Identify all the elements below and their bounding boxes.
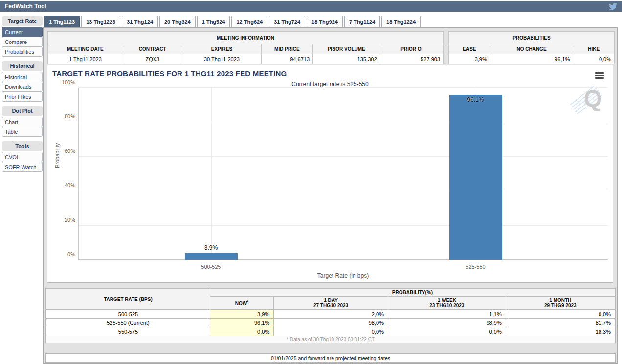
probability-history-row: 550-5750,0%0,0%0,0%18,3% — [46, 327, 615, 336]
chart-gridline — [79, 225, 608, 226]
meeting-info-value: ZQX3 — [123, 54, 182, 64]
watermark-q-letter: Q — [584, 85, 602, 112]
sidebar-section: Target RateCurrentCompareProbabilities — [2, 16, 43, 57]
chart-y-tick-label: 60% — [55, 148, 75, 154]
twitter-icon[interactable] — [609, 2, 617, 11]
sidebar-section-header: Target Rate — [2, 16, 43, 26]
meeting-information-caption: MEETING INFORMATION — [48, 32, 444, 44]
sidebar-item-probabilities[interactable]: Probabilities — [2, 46, 43, 57]
chart-bar-value-label: 3.9% — [185, 244, 238, 251]
chart-y-tick-label: 20% — [55, 217, 75, 223]
sidebar-item-cvol[interactable]: CVOL — [2, 152, 43, 162]
sidebar-item-current[interactable]: Current — [2, 27, 43, 37]
chart-bar-value-label: 96.1% — [449, 96, 502, 103]
probabilities-table: PROBABILITIES EASENO CHANGEHIKE 3,9%96,1… — [448, 31, 615, 64]
target-rate-cell: 500-525 — [46, 310, 210, 319]
meeting-info-value: 94,6713 — [261, 54, 312, 64]
chart-bar-525-550 — [449, 95, 502, 260]
sidebar-item-historical[interactable]: Historical — [2, 72, 43, 82]
meeting-information-table: MEETING INFORMATION MEETING DATECONTRACT… — [47, 31, 444, 64]
one-month-probability-cell: 0,0% — [506, 310, 615, 319]
meeting-date-tabs: 1 Thg112313 Thg122331 Thg12420 Thg3241 T… — [44, 16, 421, 28]
probability-history-panel: TARGET RATE (BPS) PROBABILITY(%) NOW*1 D… — [45, 288, 616, 343]
meeting-info-column-header: MID PRICE — [261, 44, 312, 54]
meeting-info-column-header: MEETING DATE — [48, 44, 123, 54]
chart-gridline — [79, 122, 608, 122]
sidebar-item-prior-hikes[interactable]: Prior Hikes — [2, 91, 43, 102]
meeting-information-value-row: 1 Thg11 2023ZQX330 Thg11 202394,6713135.… — [48, 54, 444, 64]
now-probability-cell: 3,9% — [210, 310, 273, 319]
one-day-probability-cell: 0,0% — [274, 327, 388, 336]
quikstrike-watermark: Q — [573, 84, 602, 114]
target-rate-chart-panel: TARGET RATE PROBABILITIES FOR 1 THG11 20… — [47, 65, 613, 283]
chart-y-tick-label: 40% — [55, 182, 75, 188]
sidebar-section-header: Historical — [2, 61, 43, 71]
chart-category-label: 500-525 — [177, 264, 245, 270]
sidebar-section: HistoricalHistoricalDownloadsPrior Hikes — [2, 61, 43, 102]
probability-group-header: PROBABILITY(%) — [210, 289, 615, 297]
probabilities-column-header: EASE — [449, 44, 490, 54]
meeting-info-value: 1 Thg11 2023 — [48, 54, 123, 64]
sidebar-item-compare[interactable]: Compare — [2, 37, 43, 47]
sidebar-section-header: Dot Plot — [2, 106, 43, 116]
probability-history-table: TARGET RATE (BPS) PROBABILITY(%) NOW*1 D… — [46, 288, 615, 343]
chart-title: TARGET RATE PROBABILITIES FOR 1 THG11 20… — [52, 69, 287, 78]
tab-18-thg1224[interactable]: 18 Thg1224 — [381, 16, 421, 28]
one-month-probability-cell: 18,3% — [506, 327, 615, 336]
meeting-info-column-header: EXPIRES — [182, 44, 262, 54]
sidebar-section-header: Tools — [2, 141, 43, 151]
data-as-of-row: * Data as of 30 Thg10 2023 03:01:22 CT — [46, 336, 615, 343]
app-title: FedWatch Tool — [5, 3, 46, 10]
probability-period-header: NOW* — [210, 297, 273, 310]
chart-plot-area: 0%20%40%60%80%100%3.9%500-52596.1%525-55… — [78, 88, 608, 260]
chart-y-tick-label: 80% — [55, 113, 75, 119]
target-rate-cell: 525-550 (Current) — [46, 319, 210, 327]
now-probability-cell: 0,0% — [210, 327, 273, 336]
sidebar-section: Dot PlotChartTable — [2, 106, 43, 137]
probabilities-value-row: 3,9%96,1%0,0% — [449, 54, 615, 64]
projected-dates-note: 01/01/2025 and forward are projected mee… — [45, 353, 616, 363]
tab-20-thg324[interactable]: 20 Thg324 — [159, 16, 196, 28]
meeting-info-value: 30 Thg11 2023 — [182, 54, 262, 64]
chart-gridline — [79, 191, 608, 191]
one-week-probability-cell: 1,1% — [388, 310, 506, 319]
sidebar-item-chart[interactable]: Chart — [2, 117, 43, 127]
sidebar-item-table[interactable]: Table — [2, 127, 43, 137]
tab-1-thg1123[interactable]: 1 Thg1123 — [44, 16, 80, 28]
chart-subtitle: Current target rate is 525-550 — [47, 81, 613, 87]
probability-history-group-header-row: TARGET RATE (BPS) PROBABILITY(%) — [46, 289, 615, 297]
fedwatch-window: FedWatch Tool Target RateCurrentCompareP… — [0, 0, 622, 364]
now-probability-cell: 96,1% — [210, 319, 273, 327]
tab-12-thg624[interactable]: 12 Thg624 — [231, 16, 267, 28]
sidebar-item-downloads[interactable]: Downloads — [2, 82, 43, 92]
meeting-info-value: 527.903 — [380, 54, 443, 64]
probability-period-header: 1 DAY27 THG10 2023 — [274, 297, 388, 310]
data-as-of-note: * Data as of 30 Thg10 2023 03:01:22 CT — [46, 336, 615, 343]
probabilities-panel: PROBABILITIES EASENO CHANGEHIKE 3,9%96,1… — [448, 31, 615, 64]
chart-bar-500-525 — [185, 253, 238, 260]
tab-18-thg924[interactable]: 18 Thg924 — [307, 16, 343, 28]
meeting-information-panel: MEETING INFORMATION MEETING DATECONTRACT… — [47, 31, 444, 64]
chart-category-label: 525-550 — [442, 264, 510, 270]
one-day-probability-cell: 2,0% — [274, 310, 388, 319]
tab-31-thg724[interactable]: 31 Thg724 — [269, 16, 305, 28]
chart-gridline — [79, 87, 608, 88]
one-week-probability-cell: 0,0% — [388, 327, 506, 336]
target-rate-cell: 550-575 — [46, 327, 210, 336]
sidebar-item-sofr-watch[interactable]: SOFR Watch — [2, 162, 43, 172]
chart-export-menu-icon[interactable] — [595, 72, 604, 79]
tab-31-thg124[interactable]: 31 Thg124 — [122, 16, 158, 28]
tab-13-thg1223[interactable]: 13 Thg1223 — [81, 16, 120, 28]
one-week-probability-cell: 98,9% — [388, 319, 506, 327]
chart-y-tick-label: 100% — [55, 79, 75, 85]
tab-7-thg1124[interactable]: 7 Thg1124 — [344, 16, 380, 28]
chart-gridline — [79, 156, 608, 157]
meeting-info-value: 135.302 — [313, 54, 380, 64]
tab-1-thg524[interactable]: 1 Thg524 — [197, 16, 230, 28]
one-month-probability-cell: 81,7% — [506, 319, 615, 327]
one-day-probability-cell: 98,0% — [274, 319, 388, 327]
probabilities-value: 0,0% — [573, 54, 615, 64]
probabilities-value: 3,9% — [449, 54, 490, 64]
app-header-bar: FedWatch Tool — [0, 1, 622, 12]
probability-period-header: 1 MONTH29 THG9 2023 — [506, 297, 615, 310]
